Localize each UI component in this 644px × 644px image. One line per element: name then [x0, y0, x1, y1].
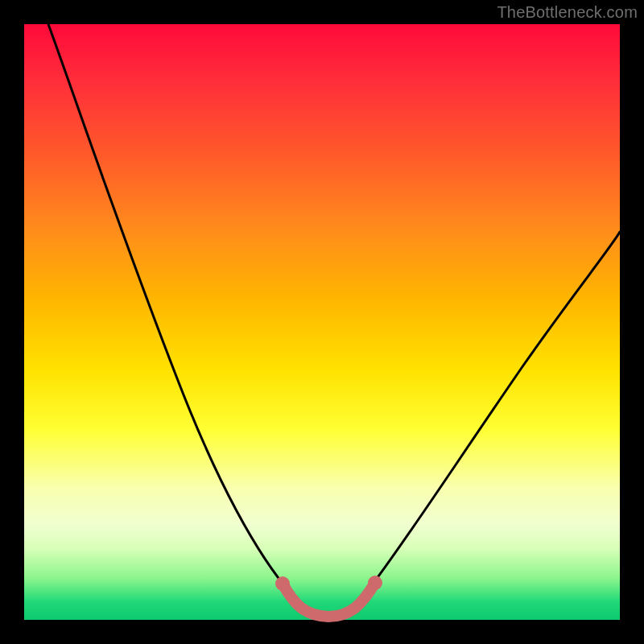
highlight-dot-right — [368, 576, 382, 590]
highlight-dot-left — [275, 576, 290, 591]
highlight-u-curve — [283, 583, 375, 617]
chart-frame: TheBottleneck.com — [0, 0, 644, 644]
chart-svg — [24, 24, 620, 620]
watermark-text: TheBottleneck.com — [497, 3, 638, 22]
plot-area — [24, 24, 620, 620]
black-curve — [48, 24, 620, 617]
